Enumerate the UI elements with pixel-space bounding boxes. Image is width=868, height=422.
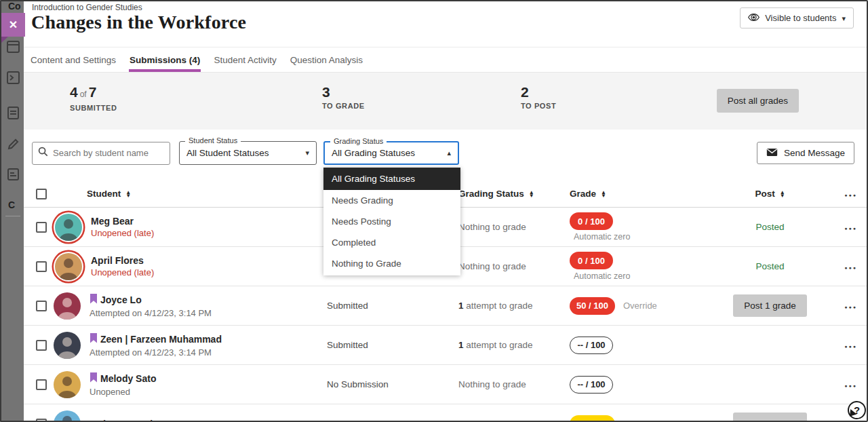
post-all-grades-button[interactable]: Post all grades bbox=[717, 89, 799, 113]
student-name[interactable]: Joyce Lo bbox=[100, 294, 142, 305]
tab-submissions[interactable]: Submissions (4) bbox=[129, 47, 201, 72]
student-name[interactable]: Zeen | Farzeen Muhammad bbox=[100, 334, 222, 345]
grading-status: Nothing to grade bbox=[458, 379, 570, 389]
visibility-dropdown-button[interactable]: Visible to students bbox=[740, 7, 854, 28]
student-status-line: Unopened (late) bbox=[91, 267, 154, 277]
grade-pill[interactable]: 50 / 100 bbox=[570, 297, 615, 315]
submission-status: Submitted bbox=[327, 340, 458, 350]
avatar bbox=[55, 253, 82, 280]
row-ellipsis-menu[interactable] bbox=[844, 223, 857, 231]
submitted-caption: SUBMITTED bbox=[70, 104, 117, 112]
visibility-label: Visible to students bbox=[765, 13, 836, 23]
calendar-icon[interactable] bbox=[6, 39, 20, 56]
row-checkbox[interactable] bbox=[36, 261, 47, 272]
grading-status: 1 attempt to grade bbox=[458, 340, 570, 350]
sort-icon bbox=[780, 191, 785, 197]
student-name[interactable]: Meg Bear bbox=[91, 216, 134, 227]
to-post-caption: TO POST bbox=[521, 102, 556, 110]
grade-pill[interactable]: 0 / 100 bbox=[570, 252, 613, 269]
row-checkbox[interactable] bbox=[36, 379, 47, 390]
select-all-checkbox[interactable] bbox=[36, 189, 47, 199]
divider bbox=[5, 216, 20, 216]
clipboard-icon[interactable] bbox=[6, 167, 20, 184]
student-status-select[interactable]: Student Status All Student Statuses bbox=[179, 141, 317, 165]
student-name[interactable]: April Flores bbox=[91, 255, 144, 266]
stats-bar: 4of7 SUBMITTED 3 TO GRADE 2 TO POST Post… bbox=[24, 73, 868, 130]
chevron-down-icon bbox=[842, 13, 846, 23]
submission-status: Submitted bbox=[327, 301, 458, 311]
app-window: Co C Introduction to Gender Studies Chan… bbox=[0, 0, 868, 422]
help-button[interactable]: ? bbox=[848, 401, 866, 419]
menu-option-completed[interactable]: Completed bbox=[323, 232, 460, 253]
terminal-icon[interactable] bbox=[6, 71, 20, 88]
row-ellipsis-menu[interactable] bbox=[844, 302, 857, 310]
grade-note: Automatic zero bbox=[574, 232, 630, 242]
post-grade-button[interactable]: Post 1 grade bbox=[733, 413, 807, 422]
document-icon[interactable] bbox=[6, 106, 20, 123]
submitted-count: 4 bbox=[70, 84, 78, 100]
grade-pill[interactable]: 0 / 100 bbox=[570, 212, 613, 230]
table-row: Arden Tuomala Submitted Nothing to grade… bbox=[24, 404, 868, 422]
student-name[interactable]: Arden Tuomala bbox=[90, 419, 158, 422]
table-row: Joyce Lo Attempted on 4/12/23, 3:14 PM S… bbox=[24, 286, 868, 326]
submissions-content: Student Status All Student Statuses Grad… bbox=[24, 130, 868, 422]
student-status-line: Attempted on 4/12/23, 3:14 PM bbox=[90, 308, 212, 318]
grade-pill[interactable]: 70 / 100 bbox=[570, 415, 615, 422]
menu-option-needs-posting[interactable]: Needs Posting bbox=[323, 211, 460, 232]
column-header-grade[interactable]: Grade bbox=[570, 189, 705, 199]
column-header-post[interactable]: Post bbox=[705, 189, 835, 199]
menu-option-all-grading-statuses[interactable]: All Grading Statuses bbox=[323, 168, 460, 190]
background-page-strip: Co C bbox=[0, 0, 24, 422]
header-ellipsis-menu[interactable] bbox=[844, 190, 857, 198]
chevron-down-icon bbox=[305, 142, 309, 164]
grading-status: Nothing to grade bbox=[458, 261, 570, 271]
flag-icon bbox=[90, 333, 98, 346]
column-header-grading-status[interactable]: Grading Status bbox=[458, 189, 570, 199]
search-input[interactable] bbox=[53, 148, 164, 158]
avatar bbox=[54, 371, 81, 398]
row-ellipsis-menu[interactable] bbox=[844, 341, 857, 349]
tab-bar: Content and Settings Submissions (4) Stu… bbox=[24, 47, 868, 73]
tab-student-activity[interactable]: Student Activity bbox=[213, 47, 277, 72]
of-label: of bbox=[78, 90, 89, 99]
row-ellipsis-menu[interactable] bbox=[844, 263, 857, 271]
grading-status-select[interactable]: Grading Status All Grading Statuses bbox=[323, 141, 459, 165]
grade-pill[interactable]: -- / 100 bbox=[570, 337, 613, 354]
grade-cell: 70 / 100 bbox=[570, 415, 705, 422]
column-header-student[interactable]: Student bbox=[54, 189, 327, 199]
menu-option-needs-grading[interactable]: Needs Grading bbox=[323, 190, 460, 211]
grade-pill[interactable]: -- / 100 bbox=[570, 376, 613, 394]
avatar bbox=[54, 410, 81, 422]
pencil-icon[interactable] bbox=[6, 137, 20, 154]
override-label: Override bbox=[623, 301, 657, 311]
row-ellipsis-menu[interactable] bbox=[844, 381, 857, 389]
chevron-up-icon bbox=[447, 142, 451, 164]
sort-icon bbox=[125, 191, 131, 197]
eye-icon bbox=[748, 13, 760, 24]
grading-status: Nothing to grade bbox=[458, 419, 570, 422]
page-header: Introduction to Gender Studies Changes i… bbox=[24, 0, 868, 47]
sort-icon bbox=[529, 191, 534, 197]
send-message-button[interactable]: Send Message bbox=[757, 142, 854, 164]
row-checkbox[interactable] bbox=[36, 340, 47, 351]
row-checkbox[interactable] bbox=[36, 301, 47, 311]
filter-row: Student Status All Student Statuses Grad… bbox=[32, 141, 854, 165]
to-post-count: 2 bbox=[521, 84, 556, 100]
tab-content-and-settings[interactable]: Content and Settings bbox=[30, 47, 117, 72]
row-checkbox[interactable] bbox=[36, 222, 47, 233]
avatar bbox=[55, 214, 82, 241]
posted-status: Posted bbox=[755, 261, 784, 271]
student-status-value: All Student Statuses bbox=[180, 142, 316, 164]
menu-option-nothing-to-grade[interactable]: Nothing to Grade bbox=[323, 253, 460, 274]
submission-status: Submitted bbox=[327, 419, 458, 422]
grade-cell: 50 / 100 Override bbox=[570, 297, 705, 315]
tab-question-analysis[interactable]: Question Analysis bbox=[290, 47, 363, 72]
breadcrumb[interactable]: Introduction to Gender Studies bbox=[32, 3, 142, 12]
student-status-label: Student Status bbox=[185, 136, 241, 145]
row-checkbox[interactable] bbox=[36, 419, 47, 422]
student-name[interactable]: Melody Sato bbox=[100, 373, 156, 384]
posted-status: Posted bbox=[755, 222, 784, 232]
post-grade-button[interactable]: Post 1 grade bbox=[733, 294, 807, 317]
close-panel-button[interactable] bbox=[1, 13, 25, 37]
close-button-tail bbox=[1, 37, 8, 43]
